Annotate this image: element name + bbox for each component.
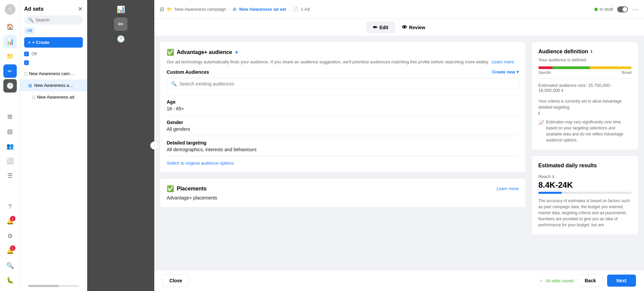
alert-icon[interactable]: 🔔 1 (3, 244, 17, 257)
audience-defined-label: Your audience is defined. (538, 57, 632, 62)
gender-section: Gender All genders (167, 120, 519, 132)
main-content: ⊟ 📁 New Awareness campaign › ⊞ New Aware… (154, 0, 644, 291)
age-section: Age 18 - 65+ (167, 99, 519, 111)
detailed-targeting-label: Detailed targeting (167, 140, 519, 146)
draft-status: In draft (600, 7, 613, 12)
sidebar-toggle-button[interactable]: ⊟ (160, 6, 164, 12)
clock-icon[interactable]: 🕐 (3, 79, 17, 93)
advantage-info-icon[interactable]: ℹ (538, 111, 540, 116)
switch-audience-link[interactable]: Switch to original audience options (167, 156, 519, 166)
alert-badge: 1 (10, 245, 15, 251)
list-item-adset[interactable]: ⊞ New Awareness ad set ⋯ (20, 79, 87, 91)
size-info-icon[interactable]: ℹ (561, 88, 563, 93)
detailed-targeting-value: All demographics, interests and behaviou… (167, 147, 519, 152)
dropdown-chevron-icon: ▾ (517, 69, 519, 74)
breadcrumb-ad-icon: 📄 (293, 7, 298, 12)
side-column: Audience definition ℹ Your audience is d… (531, 42, 639, 265)
notification-icon[interactable]: 🔔 1 (3, 215, 17, 228)
audience-learn-more-link[interactable]: Learn more (492, 59, 514, 64)
custom-audiences-header: Custom Audiences Create new ▾ (167, 69, 519, 75)
plus-icon: + (28, 40, 31, 45)
placements-card: ✅ Placements Learn more Advantage+ place… (160, 178, 526, 208)
list-item-ad[interactable]: □ New Awareness ad ⋯ (20, 91, 87, 103)
breadcrumb-ad-count[interactable]: 1 Ad (301, 7, 310, 12)
edit-review-tabs: ✏ Edit 👁 Review (154, 19, 644, 36)
edit-pencil-icon[interactable]: ✏ (3, 64, 17, 78)
reach-info-icon[interactable]: ℹ (552, 174, 554, 179)
panel-search[interactable]: 🔍 Search (24, 15, 83, 24)
ad-tree-icon: □ (32, 95, 35, 100)
chart-icon[interactable]: 📊 (3, 35, 17, 48)
panel-list: □ New Awareness campaign ⋯ ⊞ New Awarene… (20, 68, 87, 281)
panel-scrollbar[interactable] (28, 285, 79, 287)
help-icon[interactable]: ? (3, 200, 17, 213)
home-icon[interactable]: 🏠 (3, 20, 17, 34)
adset-item-label: New Awareness ad set (34, 83, 75, 88)
bug-icon[interactable]: 🐛 (3, 274, 17, 287)
list-icon[interactable]: ☰ (3, 169, 17, 182)
collapse-panel-button[interactable]: ‹ (150, 141, 158, 150)
breadcrumb-campaign[interactable]: New Awareness campaign (175, 7, 226, 12)
content-area: ✅ Advantage+ audience + Our ad technolog… (154, 36, 644, 270)
folder-icon[interactable]: 📁 (3, 50, 17, 63)
top-bar: ⊟ 📁 New Awareness campaign › ⊞ New Aware… (154, 0, 644, 19)
ad-item-label: New Awareness ad (37, 95, 75, 100)
overlay-chart-icon[interactable]: 📊 (114, 3, 127, 16)
people-icon[interactable]: 👥 (3, 139, 17, 153)
audience-check-icon: ✅ (167, 49, 174, 56)
audience-definition-card: Audience definition ℹ Your audience is d… (531, 42, 639, 150)
breadcrumb-adset[interactable]: New Awareness ad set (239, 7, 286, 12)
audience-definition-info-icon[interactable]: ℹ (591, 49, 592, 54)
saved-status-text: All edits saved (545, 278, 574, 283)
definition-divider (538, 78, 632, 79)
trend-icon: 📈 (538, 120, 544, 125)
audience-plus-button[interactable]: + (235, 49, 238, 56)
panel-bottom (20, 281, 87, 291)
section-divider-2 (167, 115, 519, 116)
back-button[interactable]: Back (578, 274, 603, 287)
grid-icon[interactable]: ⊞ (3, 110, 17, 123)
left-panel-area: Ad sets ✕ 🔍 Search Off + + Create ✓ Off … (20, 0, 154, 291)
placements-header: ✅ Placements Learn more (167, 185, 519, 192)
tab-review[interactable]: 👁 Review (395, 21, 432, 33)
panel-tabs: Off (20, 27, 87, 35)
breadcrumb-sep-2: › (289, 7, 290, 12)
layers-icon[interactable]: ▤ (3, 125, 17, 138)
placements-learn-more-link[interactable]: Learn more (497, 186, 519, 191)
checkbox-active-filter[interactable]: ✓ (24, 60, 29, 65)
breadcrumb: 📁 New Awareness campaign › ⊞ New Awarene… (167, 7, 310, 12)
filter-row: ✓ Off (20, 50, 87, 58)
audience-card: ✅ Advantage+ audience + Our ad technolog… (160, 42, 526, 173)
overlay-clock-icon[interactable]: 🕐 (114, 32, 127, 46)
reach-bar (538, 192, 632, 194)
tab-off[interactable]: Off (24, 27, 35, 35)
audience-definition-title: Audience definition ℹ (538, 49, 632, 55)
create-new-audience-button[interactable]: Create new ▾ (492, 69, 519, 74)
gender-label: Gender (167, 120, 519, 125)
breadcrumb-campaign-icon: 📁 (167, 7, 172, 12)
notification-badge: 1 (10, 216, 15, 221)
create-new-label: Create new (492, 69, 515, 74)
more-options-button[interactable]: ⋯ (632, 5, 639, 13)
panel-header: Ad sets ✕ (20, 0, 87, 15)
search-audiences-input[interactable] (179, 81, 515, 86)
avatar[interactable]: U (5, 4, 15, 15)
tab-edit[interactable]: ✏ Edit (366, 21, 395, 33)
overlay-edit-icon[interactable]: ✏ (114, 17, 127, 31)
close-button[interactable]: Close (162, 274, 189, 287)
age-value: 18 - 65+ (167, 106, 519, 111)
search-audiences-container[interactable]: 🔍 (167, 78, 519, 90)
edit-label: Edit (379, 25, 388, 30)
settings-icon[interactable]: ⚙ (3, 229, 17, 243)
panel-close-button[interactable]: ✕ (78, 5, 83, 13)
next-button[interactable]: Next (607, 275, 636, 287)
search-icon[interactable]: 🔍 (3, 259, 17, 272)
placements-subtitle: Advantage+ placements (167, 195, 519, 200)
table-icon[interactable]: ⬜ (3, 154, 17, 168)
create-button[interactable]: + + Create (24, 37, 83, 48)
checkbox-off-filter[interactable]: ✓ (24, 52, 29, 56)
list-item-campaign[interactable]: □ New Awareness campaign ⋯ (20, 68, 87, 79)
search-icon-small: 🔍 (28, 17, 34, 22)
breadcrumb-sep-1: › (229, 7, 230, 12)
status-toggle[interactable] (617, 6, 628, 12)
